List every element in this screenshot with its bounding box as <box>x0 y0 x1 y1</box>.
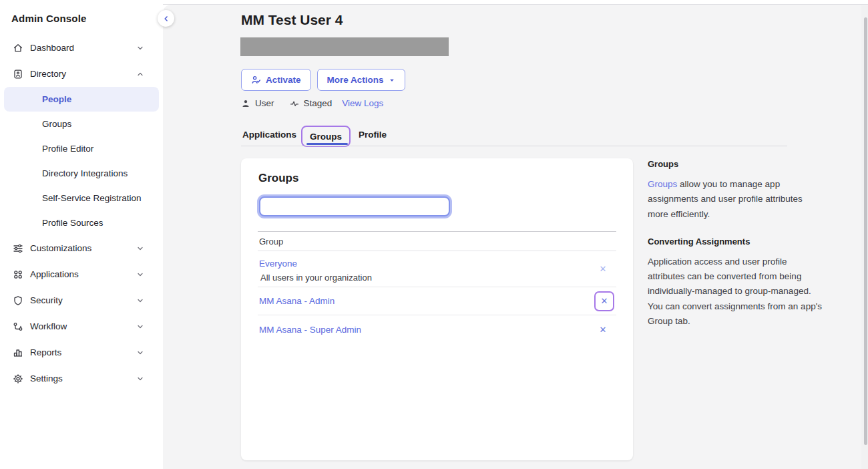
sidebar-nav: Dashboard Directory People Groups Profil… <box>0 35 163 392</box>
active-tab-underline <box>306 143 348 145</box>
user-type-label: User <box>255 98 274 108</box>
sidebar-item-customizations[interactable]: Customizations <box>0 235 163 261</box>
activate-button-label: Activate <box>266 75 301 85</box>
gear-icon <box>12 373 23 384</box>
chevron-down-icon <box>134 297 146 305</box>
bar-chart-icon <box>12 347 23 358</box>
help-section-body: Application access and user profile attr… <box>648 255 824 329</box>
more-actions-button-label: More Actions <box>327 75 384 85</box>
chevron-down-icon <box>134 271 146 279</box>
chevron-down-icon <box>134 349 146 357</box>
tab-groups-label: Groups <box>310 132 342 142</box>
sidebar-item-security[interactable]: Security <box>0 287 163 313</box>
more-actions-button[interactable]: More Actions <box>317 69 405 91</box>
sidebar-item-applications[interactable]: Applications <box>0 261 163 287</box>
sidebar-item-groups[interactable]: Groups <box>4 112 159 136</box>
tabs-divider <box>241 146 787 146</box>
sidebar: Admin Console Dashboard Directory People… <box>0 0 163 469</box>
group-row-mm-asana-admin: MM Asana - Admin ✕ <box>258 287 616 315</box>
sidebar-item-directory[interactable]: Directory <box>0 61 163 87</box>
chevron-down-icon <box>134 245 146 253</box>
groups-panel-title: Groups <box>258 172 298 185</box>
group-link[interactable]: Everyone <box>259 259 297 269</box>
table-column-header: Group <box>258 232 616 251</box>
person-check-icon <box>251 75 261 85</box>
remove-group-button[interactable]: ✕ <box>594 291 614 311</box>
sidebar-item-self-service-registration[interactable]: Self-Service Registration <box>4 186 159 210</box>
redacted-email-bar <box>240 37 449 56</box>
status-label: Staged <box>304 98 333 108</box>
sidebar-item-label: Directory <box>30 69 66 79</box>
shield-icon <box>12 295 23 306</box>
sidebar-item-profile-editor[interactable]: Profile Editor <box>4 136 159 161</box>
chevron-down-icon <box>134 375 146 383</box>
workflow-icon <box>12 321 23 332</box>
sidebar-item-label: Reports <box>30 347 61 357</box>
scrollbar-thumb[interactable] <box>864 17 867 445</box>
page-title: MM Test User 4 <box>241 12 343 28</box>
help-section-title: Converting Assignments <box>648 237 824 247</box>
activate-button[interactable]: Activate <box>241 69 311 91</box>
sidebar-item-dashboard[interactable]: Dashboard <box>0 35 163 61</box>
sidebar-item-reports[interactable]: Reports <box>0 339 163 365</box>
id-badge-icon <box>12 69 23 80</box>
groups-help-link[interactable]: Groups <box>648 179 677 189</box>
view-logs-link[interactable]: View Logs <box>342 98 383 108</box>
chevron-down-icon <box>134 44 146 52</box>
caret-down-icon <box>389 77 395 84</box>
help-section-body: Groups allow you to manage app assignmen… <box>648 177 824 222</box>
groups-table: Group Everyone All users in your organiz… <box>258 231 616 343</box>
sidebar-item-people[interactable]: People <box>4 87 159 112</box>
sidebar-item-label: Dashboard <box>30 43 74 53</box>
sidebar-item-workflow[interactable]: Workflow <box>0 313 163 339</box>
chevron-left-icon <box>162 15 170 23</box>
group-row-everyone: Everyone All users in your organization … <box>258 251 616 287</box>
sidebar-item-directory-integrations[interactable]: Directory Integrations <box>4 161 159 186</box>
group-row-mm-asana-super-admin: MM Asana - Super Admin ✕ <box>258 315 616 343</box>
grid-icon <box>12 269 23 280</box>
chevron-down-icon <box>134 323 146 331</box>
tab-applications[interactable]: Applications <box>242 130 296 140</box>
group-link[interactable]: MM Asana - Super Admin <box>259 325 361 335</box>
group-search-input[interactable] <box>259 196 450 216</box>
person-icon <box>241 99 250 108</box>
pulse-icon <box>290 99 299 108</box>
sidebar-item-label: Groups <box>42 119 71 129</box>
sidebar-item-label: Profile Sources <box>42 218 103 228</box>
tab-profile[interactable]: Profile <box>359 130 387 140</box>
sidebar-collapse-button[interactable] <box>158 10 174 27</box>
remove-group-button[interactable]: ✕ <box>595 321 611 337</box>
sidebar-item-label: Directory Integrations <box>42 168 128 178</box>
action-buttons-row: Activate More Actions <box>241 69 405 91</box>
sidebar-item-label: Settings <box>30 373 63 383</box>
help-section-title: Groups <box>648 159 824 169</box>
sidebar-item-label: Workflow <box>30 321 67 331</box>
sidebar-item-label: Profile Editor <box>42 144 93 154</box>
user-meta-row: User Staged View Logs <box>241 98 383 108</box>
sliders-icon <box>12 243 23 254</box>
sidebar-item-label: Applications <box>30 269 79 279</box>
chevron-up-icon <box>134 70 146 78</box>
home-icon <box>12 43 23 53</box>
groups-panel: Groups Group Everyone All users in your … <box>241 158 633 460</box>
sidebar-item-label: Self-Service Registration <box>42 193 142 203</box>
sidebar-item-settings[interactable]: Settings <box>0 365 163 392</box>
sidebar-item-label: Security <box>30 295 63 305</box>
sidebar-item-label: People <box>42 94 71 104</box>
app-title: Admin Console <box>11 13 87 24</box>
group-link[interactable]: MM Asana - Admin <box>259 296 335 306</box>
scrollbar-track[interactable] <box>861 5 868 469</box>
remove-group-button[interactable]: ✕ <box>595 261 611 277</box>
sidebar-item-profile-sources[interactable]: Profile Sources <box>4 210 159 235</box>
sidebar-item-label: Customizations <box>30 243 91 253</box>
help-sidebar: Groups Groups allow you to manage app as… <box>648 159 824 343</box>
group-description: All users in your organization <box>259 273 616 283</box>
